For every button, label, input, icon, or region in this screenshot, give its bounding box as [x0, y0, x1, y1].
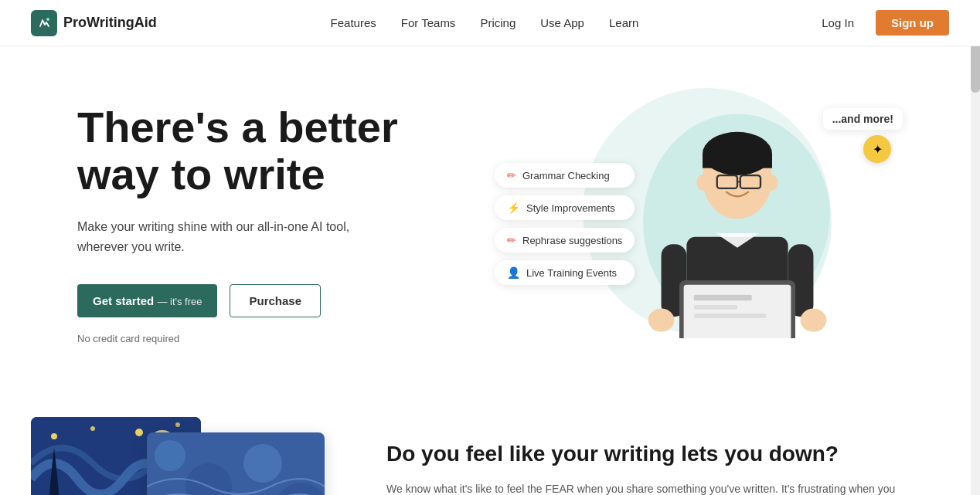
nav-features[interactable]: Features [331, 16, 376, 29]
hero-title: There's a better way to write [77, 103, 464, 198]
nav-links: Features For Teams Pricing Use App Learn [331, 16, 639, 29]
nav-pricing[interactable]: Pricing [480, 16, 516, 29]
purchase-button[interactable]: Purchase [230, 284, 321, 317]
svg-point-32 [243, 444, 282, 483]
feature-pills: ✏ Grammar Checking ⚡ Style Improvements … [495, 163, 635, 285]
svg-rect-14 [694, 295, 752, 301]
brand-name: ProWritingAid [63, 15, 157, 31]
person-illustration [629, 107, 846, 341]
no-credit-text: No credit card required [77, 333, 464, 344]
svg-point-17 [801, 309, 827, 332]
hero-buttons: Get started — it's free Purchase [77, 284, 464, 317]
svg-rect-16 [694, 314, 767, 318]
nav-for-teams[interactable]: For Teams [401, 16, 456, 29]
grammar-icon: ✏ [507, 169, 516, 181]
style-icon: ⚡ [507, 202, 520, 214]
star-badge: ✦ [863, 135, 891, 163]
hero-illustration: ...and more! ✦ ✏ Grammar Checking ⚡ Styl… [464, 93, 949, 355]
svg-point-19 [697, 175, 709, 191]
second-body: We know what it's like to feel the FEAR … [386, 480, 903, 495]
second-title: Do you feel like your writing lets you d… [386, 440, 903, 468]
svg-point-23 [90, 426, 95, 431]
pill-grammar: ✏ Grammar Checking [495, 163, 635, 188]
hero-content: There's a better way to write Make your … [77, 103, 464, 344]
rephrase-icon: ✏ [507, 234, 516, 246]
nav-actions: Log In Sign up [812, 10, 949, 36]
signup-button[interactable]: Sign up [876, 10, 949, 36]
second-right-content: Do you feel like your writing lets you d… [325, 440, 903, 495]
nav-learn[interactable]: Learn [609, 16, 638, 29]
page-scrollbar[interactable] [971, 0, 980, 495]
more-badge: ...and more! [823, 108, 903, 130]
hero-subtitle: Make your writing shine with our all-in-… [77, 217, 386, 256]
get-started-button[interactable]: Get started — it's free [77, 284, 217, 317]
svg-rect-15 [694, 305, 737, 310]
login-button[interactable]: Log In [812, 12, 863, 34]
pill-rephrase: ✏ Rephrase suggestions [495, 228, 635, 253]
svg-point-30 [155, 440, 185, 471]
nav-use-app[interactable]: Use App [540, 16, 584, 29]
image-stack: My idea in my head [31, 417, 325, 495]
second-section: My idea in my head Do you feel like your… [0, 386, 980, 495]
hero-section: There's a better way to write Make your … [0, 46, 980, 386]
svg-rect-6 [703, 154, 772, 168]
svg-point-20 [767, 175, 778, 191]
image-front [147, 432, 325, 495]
navbar: ProWritingAid Features For Teams Pricing… [0, 0, 980, 46]
svg-point-18 [648, 309, 675, 332]
svg-rect-13 [684, 285, 791, 338]
training-icon: 👤 [507, 266, 520, 279]
pill-training: 👤 Live Training Events [495, 260, 635, 285]
svg-point-24 [135, 429, 143, 436]
svg-point-25 [175, 422, 180, 427]
svg-point-1 [46, 18, 49, 21]
logo-icon [31, 10, 57, 36]
svg-point-22 [51, 433, 57, 439]
pill-style: ⚡ Style Improvements [495, 195, 635, 220]
logo-link[interactable]: ProWritingAid [31, 10, 157, 36]
